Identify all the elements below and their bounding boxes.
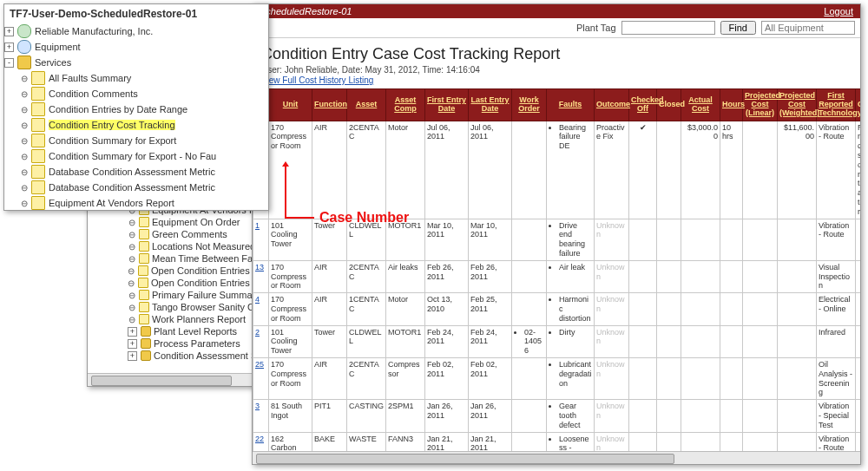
table-cell: Electrical - Online <box>817 293 856 325</box>
table-cell: Jan 26, 2011 <box>425 400 469 432</box>
bullet-icon[interactable]: ⊖ <box>20 184 28 192</box>
table-cell: Unknown <box>595 325 629 357</box>
table-cell <box>720 358 743 400</box>
table-cell <box>681 400 720 432</box>
bullet-icon[interactable]: ⊖ <box>128 279 135 287</box>
person-icon <box>17 40 31 54</box>
table-cell <box>778 400 817 432</box>
tree-node[interactable]: ⊖Condition Entries by Date Range <box>4 101 268 117</box>
col-header[interactable]: Hours <box>720 89 743 121</box>
col-header[interactable]: Asset Comp <box>386 89 425 121</box>
tree-node[interactable]: ⊖All Faults Summary <box>4 70 268 86</box>
bullet-icon[interactable]: ⊖ <box>20 121 28 129</box>
expand-icon[interactable]: + <box>128 327 137 337</box>
document-icon <box>138 278 148 288</box>
table-cell: 1CENTAC <box>347 293 386 325</box>
bullet-icon[interactable]: ⊖ <box>128 255 135 263</box>
table-row: 25170 Compressor RoomAIR2CENTACCompresso… <box>253 358 862 400</box>
equipment-filter-input[interactable] <box>761 21 855 35</box>
logout-link[interactable]: Logout <box>824 6 853 16</box>
table-cell: 2CENTAC <box>347 358 386 400</box>
bullet-icon[interactable]: ⊖ <box>128 219 135 226</box>
col-header[interactable]: Actual Cost <box>681 89 720 121</box>
nav-tree-panel-front: TF7-User-Demo-ScheduledRestore-01 +Relia… <box>3 3 269 211</box>
bullet-icon[interactable]: ⊖ <box>128 291 135 299</box>
case-number-link[interactable]: 22 <box>255 435 264 443</box>
bullet-icon[interactable]: ⊖ <box>128 304 135 311</box>
bullet-icon[interactable]: ⊖ <box>20 106 28 114</box>
col-header[interactable]: Asset <box>347 89 386 121</box>
bullet-icon[interactable]: ⊖ <box>20 90 28 98</box>
tree-node[interactable]: ⊖Condition Summary for Export <box>4 133 268 148</box>
col-header[interactable]: Unit <box>269 89 312 121</box>
tree-node-label: Plant Level Reports <box>154 326 237 337</box>
document-icon <box>31 102 45 116</box>
table-cell <box>629 400 657 432</box>
col-header[interactable]: Faults <box>547 89 595 121</box>
tree-node-label: Condition Summary for Export <box>49 135 176 146</box>
table-row: 4170 Compressor RoomAIR1CENTACMotorOct 1… <box>253 293 862 325</box>
case-number-link[interactable]: 2 <box>255 328 260 337</box>
table-cell: AIR <box>312 293 347 325</box>
tree-node[interactable]: +Equipment <box>4 39 268 55</box>
full-history-link[interactable]: View Full Cost History Listing <box>261 75 373 85</box>
report-header: Condition Entry Case Cost Tracking Repor… <box>253 38 860 88</box>
bullet-icon[interactable]: ⊖ <box>128 267 135 275</box>
plant-tag-input[interactable] <box>621 21 715 35</box>
table-cell: Unknown <box>595 400 629 432</box>
bullet-icon[interactable]: ⊖ <box>128 231 135 239</box>
col-header[interactable]: Outcome <box>595 89 629 121</box>
col-header[interactable]: First Reported Technology <box>817 89 856 121</box>
case-number-link[interactable]: 4 <box>255 295 260 304</box>
bullet-icon[interactable]: ⊖ <box>20 200 28 207</box>
table-cell <box>743 358 778 400</box>
tree-node[interactable]: ⊖Condition Entry Cost Tracking <box>4 117 268 133</box>
col-header[interactable]: Checked Off <box>629 89 657 121</box>
table-cell <box>629 325 657 357</box>
bullet-icon[interactable]: ⊖ <box>20 153 28 160</box>
col-header[interactable]: Closed <box>657 89 681 121</box>
expand-icon[interactable]: + <box>4 43 14 52</box>
table-cell: Visual Inspection <box>817 260 856 292</box>
case-number-link[interactable]: 3 <box>255 402 260 410</box>
table-cell <box>657 293 681 325</box>
tree-node-label: Equipment <box>35 42 81 52</box>
col-header[interactable]: Projected Cost (Weighted) <box>778 89 817 121</box>
bullet-icon[interactable]: ⊖ <box>20 168 28 176</box>
table-cell <box>657 121 681 219</box>
tree-node[interactable]: ⊖Database Condition Assessment Metric <box>4 180 268 195</box>
table-cell: Tower <box>312 325 347 357</box>
case-number-link[interactable]: 13 <box>255 263 264 271</box>
tree-node[interactable]: +Reliable Manufacturing, Inc. <box>4 23 268 39</box>
expand-icon[interactable]: + <box>128 339 137 349</box>
find-button[interactable]: Find <box>720 21 756 35</box>
bullet-icon[interactable]: ⊖ <box>128 316 135 324</box>
collapse-icon[interactable]: - <box>4 58 14 68</box>
table-cell <box>629 358 657 400</box>
tree-node[interactable]: ⊖Database Condition Assessment Metric <box>4 164 268 180</box>
col-header[interactable]: Function <box>312 89 347 121</box>
tree-node[interactable]: -Services <box>4 55 268 70</box>
table-cell <box>743 293 778 325</box>
tree-node-label: Condition Entry Cost Tracking <box>49 120 175 130</box>
bullet-icon[interactable]: ⊖ <box>20 75 28 82</box>
col-header[interactable]: Projected Cost (Linear) <box>743 89 778 121</box>
bullet-icon[interactable]: ⊖ <box>20 137 28 145</box>
tree-node[interactable]: ⊖Equipment At Vendors Report <box>4 195 268 211</box>
expand-icon[interactable]: + <box>4 27 14 36</box>
case-number-link[interactable]: 25 <box>255 360 264 369</box>
expand-icon[interactable]: + <box>128 351 137 361</box>
table-cell: CLDWELL <box>347 325 386 357</box>
tree-node-label: Condition Comments <box>49 88 138 99</box>
bullet-icon[interactable]: ⊖ <box>128 243 135 251</box>
tree-node[interactable]: ⊖Condition Summary for Export - No Fau <box>4 148 268 164</box>
scrollbar-horizontal[interactable] <box>253 451 860 464</box>
col-header[interactable]: First Entry Date <box>425 89 469 121</box>
table-cell <box>778 219 817 260</box>
tree-node[interactable]: ⊖Condition Comments <box>4 86 268 101</box>
col-header[interactable]: Work Order <box>512 89 547 121</box>
case-number-link[interactable]: 1 <box>255 221 260 230</box>
document-icon <box>31 149 45 163</box>
col-header[interactable]: Last Entry Date <box>469 89 512 121</box>
table-cell <box>657 260 681 292</box>
